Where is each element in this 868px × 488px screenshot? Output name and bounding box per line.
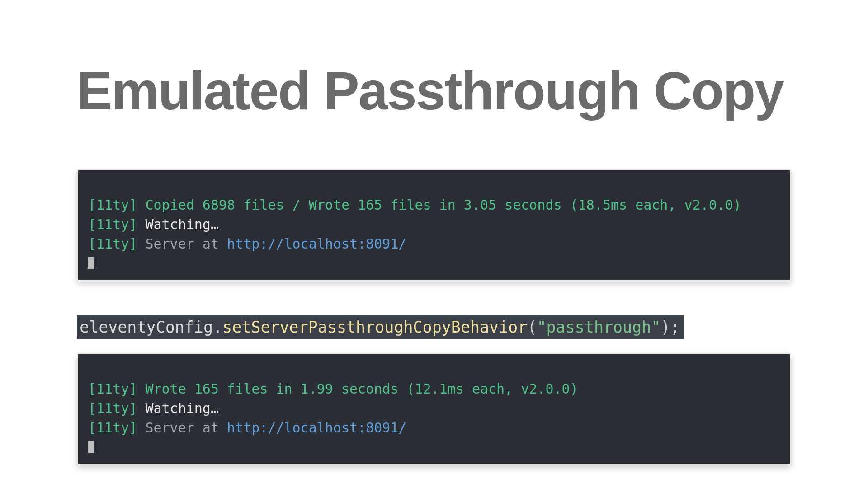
terminal-server-url: http://localhost:8091/ — [227, 420, 406, 436]
config-code-snippet: eleventyConfig.setServerPassthroughCopyB… — [77, 315, 684, 339]
code-method: setServerPassthroughCopyBehavior — [222, 318, 527, 336]
terminal-line-server-prefix: Server at — [137, 420, 227, 436]
terminal-output-after: [11ty] Wrote 165 files in 1.99 seconds (… — [77, 353, 791, 465]
code-close-paren: ) — [660, 318, 670, 336]
log-tag: [11ty] — [88, 216, 137, 232]
code-semicolon: ; — [670, 318, 679, 336]
terminal-line-wrote: Wrote 165 files in 1.99 seconds (12.1ms … — [137, 381, 578, 397]
terminal-cursor-icon — [88, 257, 94, 269]
terminal-line-watching: Watching… — [137, 400, 219, 416]
slide-title: Emulated Passthrough Copy — [77, 63, 791, 119]
terminal-line-server-prefix: Server at — [137, 236, 227, 252]
terminal-line-copied: Copied 6898 files / Wrote 165 files in 3… — [137, 197, 741, 213]
log-tag: [11ty] — [88, 400, 137, 416]
slide: Emulated Passthrough Copy [11ty] Copied … — [0, 0, 868, 488]
code-string-arg: "passthrough" — [537, 318, 660, 336]
code-dot: . — [213, 318, 222, 336]
log-tag: [11ty] — [88, 236, 137, 252]
log-tag: [11ty] — [88, 197, 137, 213]
log-tag: [11ty] — [88, 381, 137, 397]
terminal-line-watching: Watching… — [137, 216, 219, 232]
code-open-paren: ( — [527, 318, 537, 336]
terminal-output-before: [11ty] Copied 6898 files / Wrote 165 fil… — [77, 169, 791, 282]
log-tag: [11ty] — [88, 420, 137, 436]
terminal-server-url: http://localhost:8091/ — [227, 236, 406, 252]
code-identifier: eleventyConfig — [80, 318, 213, 336]
terminal-cursor-icon — [88, 441, 94, 453]
